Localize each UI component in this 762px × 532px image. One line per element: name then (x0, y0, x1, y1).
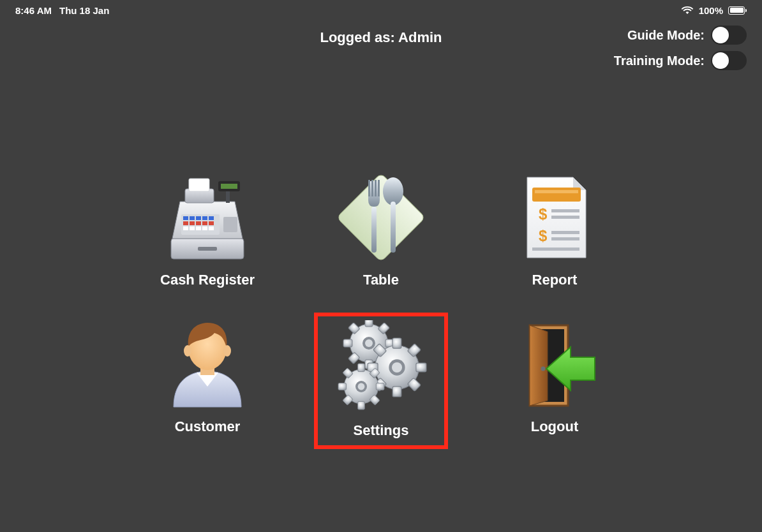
svg-point-44 (223, 345, 231, 357)
cash-register-label: Cash Register (160, 272, 255, 288)
logged-as-label: Logged as: Admin (162, 26, 600, 46)
svg-rect-7 (209, 216, 214, 220)
svg-rect-57 (392, 338, 401, 348)
logout-label: Logout (531, 418, 579, 435)
logout-icon (507, 316, 602, 412)
svg-rect-16 (202, 226, 207, 230)
svg-rect-35 (551, 209, 579, 212)
status-date: Thu 18 Jan (59, 5, 109, 16)
svg-rect-25 (371, 207, 377, 253)
svg-rect-4 (190, 216, 195, 220)
svg-point-77 (358, 383, 365, 390)
svg-point-66 (392, 362, 402, 373)
svg-point-55 (365, 339, 373, 347)
svg-rect-23 (226, 191, 230, 203)
guide-mode-toggle[interactable] (711, 26, 747, 45)
svg-text:$: $ (539, 205, 548, 223)
svg-rect-17 (209, 226, 214, 230)
svg-rect-12 (209, 221, 214, 225)
svg-rect-58 (392, 387, 401, 397)
svg-rect-9 (190, 221, 195, 225)
table-label: Table (363, 272, 399, 288)
svg-rect-27 (371, 180, 373, 196)
svg-rect-31 (391, 202, 396, 253)
svg-rect-26 (368, 180, 370, 196)
report-button[interactable]: $ $ Report (488, 166, 622, 295)
svg-rect-28 (375, 180, 377, 196)
training-mode-toggle[interactable] (711, 51, 747, 70)
svg-rect-39 (551, 237, 579, 240)
settings-label: Settings (354, 422, 409, 439)
svg-text:$: $ (539, 227, 548, 244)
svg-rect-10 (196, 221, 201, 225)
logged-as-user: Admin (398, 29, 442, 45)
settings-icon (333, 320, 429, 416)
svg-rect-48 (343, 339, 352, 347)
svg-rect-20 (189, 179, 209, 191)
svg-rect-24 (337, 174, 426, 262)
svg-rect-33 (535, 190, 578, 193)
main-menu-grid: Cash Register (140, 166, 622, 449)
svg-rect-60 (416, 363, 426, 372)
svg-rect-46 (365, 320, 373, 327)
table-button[interactable]: Table (314, 166, 448, 295)
customer-icon (160, 316, 255, 412)
svg-rect-68 (358, 364, 365, 372)
svg-rect-3 (183, 216, 188, 220)
svg-rect-6 (202, 216, 207, 220)
svg-rect-11 (202, 221, 207, 225)
svg-rect-22 (221, 184, 237, 189)
report-label: Report (532, 272, 578, 288)
logout-button[interactable]: Logout (488, 313, 622, 449)
svg-rect-38 (551, 231, 579, 234)
svg-point-79 (541, 367, 546, 371)
training-mode-label: Training Mode: (614, 54, 705, 68)
svg-point-30 (383, 177, 403, 205)
guide-mode-label: Guide Mode: (627, 28, 705, 43)
cash-register-button[interactable]: Cash Register (140, 166, 274, 295)
settings-button[interactable]: Settings (314, 313, 448, 449)
svg-rect-15 (196, 226, 201, 230)
svg-rect-14 (190, 226, 195, 230)
cash-register-icon (160, 170, 255, 265)
svg-rect-8 (183, 221, 188, 225)
svg-rect-29 (378, 180, 380, 196)
logged-as-prefix: Logged as: (320, 29, 394, 45)
battery-percent: 100% (699, 5, 723, 16)
svg-rect-70 (338, 383, 347, 390)
customer-label: Customer (175, 418, 241, 435)
svg-rect-18 (223, 217, 237, 232)
status-bar: 8:46 AM Thu 18 Jan 100% (0, 0, 762, 18)
battery-icon (728, 6, 747, 15)
svg-rect-32 (532, 188, 581, 202)
report-icon: $ $ (507, 170, 602, 265)
svg-rect-69 (358, 401, 365, 410)
svg-rect-1 (198, 247, 217, 251)
wifi-icon (681, 6, 694, 15)
svg-rect-36 (551, 216, 579, 219)
svg-rect-13 (183, 226, 188, 230)
status-time: 8:46 AM (15, 5, 52, 16)
table-icon (333, 170, 429, 265)
svg-rect-5 (196, 216, 201, 220)
svg-rect-71 (376, 383, 384, 390)
svg-rect-40 (532, 248, 579, 251)
customer-button[interactable]: Customer (140, 313, 274, 449)
svg-point-43 (184, 345, 191, 357)
